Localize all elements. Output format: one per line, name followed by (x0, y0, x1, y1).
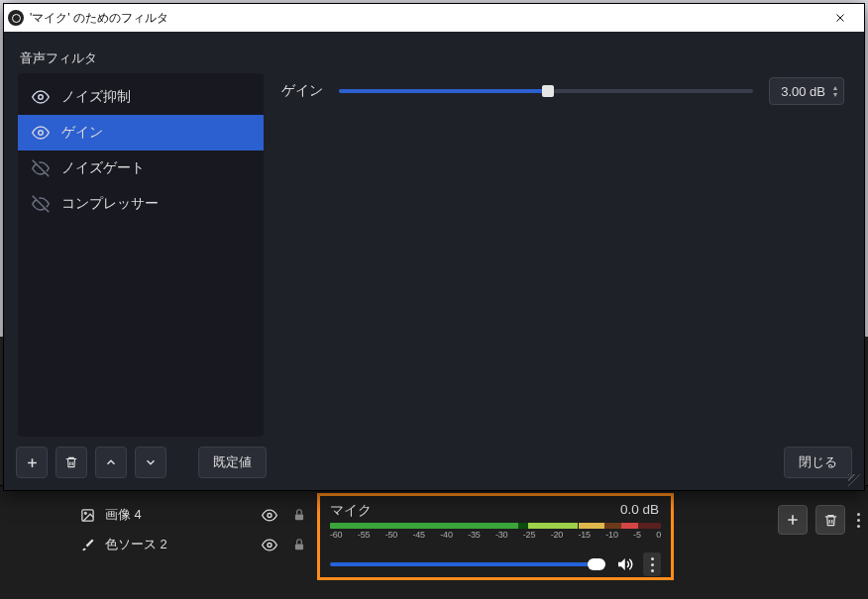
gain-slider-thumb[interactable] (542, 85, 554, 97)
defaults-button[interactable]: 既定値 (198, 447, 267, 478)
meter-tick: -20 (551, 530, 563, 540)
dialog-title: 'マイク' のためのフィルタ (30, 10, 820, 27)
meter-tick: -35 (468, 530, 480, 540)
meter-tick: -55 (358, 530, 370, 540)
mixer-channel-name: マイク (330, 502, 372, 520)
volume-slider-thumb[interactable] (588, 558, 605, 570)
sources-list: 画像 4 色ソース 2 (79, 500, 307, 559)
image-icon (79, 508, 95, 523)
svg-point-7 (39, 131, 44, 136)
volume-slider[interactable] (330, 562, 605, 566)
meter-tick: -5 (633, 530, 641, 540)
meter-tick: -10 (605, 530, 617, 540)
eye-icon[interactable] (262, 507, 277, 523)
eye-off-icon[interactable] (32, 195, 50, 213)
speaker-icon[interactable] (615, 555, 633, 573)
filter-properties: ゲイン 3.00 dB ▴▾ (281, 73, 850, 437)
svg-point-1 (84, 512, 86, 514)
source-row[interactable]: 色ソース 2 (79, 530, 307, 559)
lock-icon[interactable] (291, 537, 307, 552)
resize-grip[interactable] (848, 474, 860, 486)
svg-rect-5 (295, 544, 303, 549)
source-label: 画像 4 (105, 506, 252, 524)
meter-tick: -45 (412, 530, 424, 540)
meter-tick: -50 (385, 530, 397, 540)
more-icon[interactable] (853, 513, 864, 528)
section-label: 音声フィルタ (20, 50, 850, 67)
property-label: ゲイン (281, 82, 323, 100)
lock-icon[interactable] (291, 507, 307, 523)
meter-tick: -30 (495, 530, 507, 540)
add-filter-button[interactable] (16, 447, 48, 478)
move-down-button[interactable] (135, 447, 166, 478)
delete-button[interactable] (815, 505, 845, 535)
meter-tick: -40 (440, 530, 452, 540)
gain-slider[interactable] (339, 84, 753, 98)
meter-tick: -60 (330, 530, 342, 540)
svg-point-2 (268, 513, 271, 517)
move-up-button[interactable] (95, 447, 127, 478)
add-button[interactable] (778, 505, 808, 535)
filter-list: ノイズ抑制ゲインノイズゲートコンプレッサー (18, 73, 264, 437)
remove-filter-button[interactable] (55, 447, 87, 478)
eye-icon[interactable] (32, 88, 50, 106)
svg-point-4 (268, 543, 271, 547)
filter-label: ゲイン (61, 124, 103, 142)
filter-label: ノイズ抑制 (61, 88, 131, 106)
eye-icon[interactable] (262, 537, 277, 552)
titlebar: 'マイク' のためのフィルタ (4, 4, 864, 32)
brush-icon (79, 538, 95, 552)
meter-tick: -15 (578, 530, 590, 540)
filter-item[interactable]: ノイズ抑制 (18, 79, 264, 115)
mixer-options-button[interactable] (643, 552, 661, 576)
close-button[interactable]: 閉じる (784, 447, 852, 478)
obs-icon (8, 10, 24, 26)
gain-spinbox[interactable]: 3.00 dB ▴▾ (769, 77, 844, 105)
filter-item[interactable]: ゲイン (18, 115, 264, 150)
eye-off-icon[interactable] (32, 159, 50, 177)
filter-label: コンプレッサー (61, 195, 159, 213)
audio-meter: -60-55-50-45-40-35-30-25-20-15-10-50 (330, 523, 661, 545)
source-label: 色ソース 2 (105, 536, 252, 553)
close-icon[interactable] (820, 4, 860, 32)
filter-label: ノイズゲート (61, 159, 145, 177)
meter-tick: 0 (656, 530, 661, 540)
eye-icon[interactable] (32, 124, 50, 142)
meter-tick: -25 (523, 530, 535, 540)
chevron-down-icon[interactable]: ▾ (831, 92, 839, 98)
gain-value: 3.00 dB (778, 84, 831, 99)
svg-rect-3 (295, 514, 303, 520)
filter-item[interactable]: コンプレッサー (18, 186, 264, 222)
source-row[interactable]: 画像 4 (79, 500, 307, 530)
mixer-level-readout: 0.0 dB (620, 502, 659, 520)
filter-item[interactable]: ノイズゲート (18, 150, 264, 186)
svg-point-6 (39, 95, 44, 100)
filters-dialog: 'マイク' のためのフィルタ 音声フィルタ ノイズ抑制ゲインノイズゲートコンプレ… (3, 3, 865, 491)
audio-mixer-channel: マイク 0.0 dB -60-55-50-45-40-35-30-25-20-1… (317, 493, 674, 580)
